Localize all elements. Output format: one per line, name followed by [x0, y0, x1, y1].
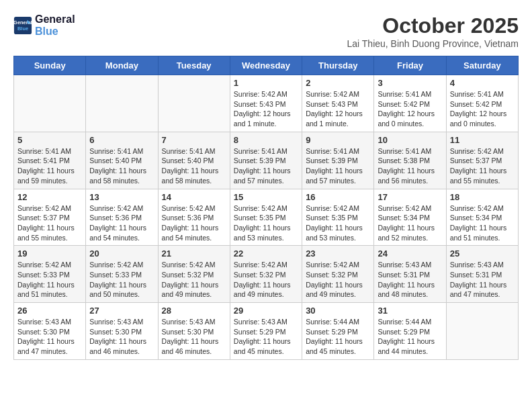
- calendar-cell: 23Sunrise: 5:42 AM Sunset: 5:32 PM Dayli…: [302, 246, 374, 303]
- calendar-cell: 29Sunrise: 5:43 AM Sunset: 5:29 PM Dayli…: [230, 303, 302, 360]
- day-number: 8: [234, 135, 298, 145]
- day-number: 14: [162, 192, 226, 202]
- day-number: 27: [89, 306, 154, 316]
- calendar-cell: 2Sunrise: 5:42 AM Sunset: 5:43 PM Daylig…: [302, 75, 374, 132]
- day-number: 20: [89, 248, 154, 259]
- calendar-cell: [14, 75, 86, 132]
- day-info: Sunrise: 5:42 AM Sunset: 5:36 PM Dayligh…: [89, 203, 154, 243]
- col-header-wednesday: Wednesday: [230, 56, 302, 75]
- day-info: Sunrise: 5:42 AM Sunset: 5:37 PM Dayligh…: [17, 203, 82, 243]
- col-header-monday: Monday: [86, 56, 158, 75]
- calendar-cell: 28Sunrise: 5:43 AM Sunset: 5:30 PM Dayli…: [158, 303, 230, 360]
- day-number: 18: [450, 192, 515, 202]
- calendar-cell: 10Sunrise: 5:41 AM Sunset: 5:38 PM Dayli…: [374, 132, 446, 189]
- day-info: Sunrise: 5:42 AM Sunset: 5:34 PM Dayligh…: [378, 203, 442, 243]
- calendar-cell: 6Sunrise: 5:41 AM Sunset: 5:40 PM Daylig…: [86, 132, 158, 189]
- day-info: Sunrise: 5:43 AM Sunset: 5:29 PM Dayligh…: [234, 317, 298, 357]
- day-number: 21: [162, 248, 226, 259]
- calendar-cell: 15Sunrise: 5:42 AM Sunset: 5:35 PM Dayli…: [230, 189, 302, 246]
- calendar-cell: [86, 75, 158, 132]
- calendar-cell: 20Sunrise: 5:42 AM Sunset: 5:33 PM Dayli…: [86, 246, 158, 303]
- day-info: Sunrise: 5:42 AM Sunset: 5:34 PM Dayligh…: [450, 203, 515, 243]
- calendar-cell: 31Sunrise: 5:44 AM Sunset: 5:29 PM Dayli…: [374, 303, 446, 360]
- calendar-cell: 26Sunrise: 5:43 AM Sunset: 5:30 PM Dayli…: [14, 303, 86, 360]
- day-info: Sunrise: 5:41 AM Sunset: 5:39 PM Dayligh…: [234, 146, 298, 186]
- day-number: 6: [89, 135, 154, 145]
- calendar-cell: 30Sunrise: 5:44 AM Sunset: 5:29 PM Dayli…: [302, 303, 374, 360]
- page-header: General Blue General Blue October 2025 L…: [13, 13, 519, 49]
- calendar-cell: 4Sunrise: 5:41 AM Sunset: 5:42 PM Daylig…: [446, 75, 518, 132]
- calendar-cell: 8Sunrise: 5:41 AM Sunset: 5:39 PM Daylig…: [230, 132, 302, 189]
- svg-text:Blue: Blue: [17, 26, 28, 32]
- calendar-cell: 12Sunrise: 5:42 AM Sunset: 5:37 PM Dayli…: [14, 189, 86, 246]
- day-number: 17: [378, 192, 442, 202]
- day-number: 10: [378, 135, 442, 145]
- calendar-table: SundayMondayTuesdayWednesdayThursdayFrid…: [13, 56, 519, 360]
- logo-icon: General Blue: [13, 16, 32, 35]
- calendar-cell: 14Sunrise: 5:42 AM Sunset: 5:36 PM Dayli…: [158, 189, 230, 246]
- day-number: 16: [306, 192, 370, 202]
- day-number: 24: [378, 248, 442, 259]
- day-number: 2: [306, 78, 370, 88]
- day-number: 3: [378, 78, 442, 88]
- day-info: Sunrise: 5:42 AM Sunset: 5:35 PM Dayligh…: [306, 203, 370, 243]
- calendar-cell: 18Sunrise: 5:42 AM Sunset: 5:34 PM Dayli…: [446, 189, 518, 246]
- calendar-cell: 16Sunrise: 5:42 AM Sunset: 5:35 PM Dayli…: [302, 189, 374, 246]
- day-info: Sunrise: 5:42 AM Sunset: 5:36 PM Dayligh…: [162, 203, 226, 243]
- month-title: October 2025: [347, 13, 519, 38]
- calendar-cell: 27Sunrise: 5:43 AM Sunset: 5:30 PM Dayli…: [86, 303, 158, 360]
- day-info: Sunrise: 5:42 AM Sunset: 5:37 PM Dayligh…: [450, 146, 515, 186]
- col-header-saturday: Saturday: [446, 56, 518, 75]
- day-number: 1: [234, 78, 298, 88]
- day-number: 22: [234, 248, 298, 259]
- day-info: Sunrise: 5:42 AM Sunset: 5:43 PM Dayligh…: [234, 89, 298, 129]
- calendar-cell: 24Sunrise: 5:43 AM Sunset: 5:31 PM Dayli…: [374, 246, 446, 303]
- day-number: 4: [450, 78, 515, 88]
- calendar-cell: 17Sunrise: 5:42 AM Sunset: 5:34 PM Dayli…: [374, 189, 446, 246]
- calendar-cell: [446, 303, 518, 360]
- calendar-cell: 13Sunrise: 5:42 AM Sunset: 5:36 PM Dayli…: [86, 189, 158, 246]
- logo-text-general: General: [35, 13, 75, 26]
- day-number: 15: [234, 192, 298, 202]
- day-info: Sunrise: 5:43 AM Sunset: 5:31 PM Dayligh…: [450, 260, 515, 300]
- location-subtitle: Lai Thieu, Binh Duong Province, Vietnam: [347, 38, 519, 49]
- day-number: 26: [17, 306, 82, 316]
- day-info: Sunrise: 5:41 AM Sunset: 5:42 PM Dayligh…: [450, 89, 515, 129]
- day-info: Sunrise: 5:44 AM Sunset: 5:29 PM Dayligh…: [306, 317, 370, 357]
- title-area: October 2025 Lai Thieu, Binh Duong Provi…: [347, 13, 519, 49]
- day-info: Sunrise: 5:42 AM Sunset: 5:32 PM Dayligh…: [306, 260, 370, 300]
- calendar-cell: 7Sunrise: 5:41 AM Sunset: 5:40 PM Daylig…: [158, 132, 230, 189]
- calendar-cell: 21Sunrise: 5:42 AM Sunset: 5:32 PM Dayli…: [158, 246, 230, 303]
- day-number: 19: [17, 248, 82, 259]
- day-info: Sunrise: 5:42 AM Sunset: 5:32 PM Dayligh…: [234, 260, 298, 300]
- day-info: Sunrise: 5:41 AM Sunset: 5:39 PM Dayligh…: [306, 146, 370, 186]
- day-info: Sunrise: 5:42 AM Sunset: 5:33 PM Dayligh…: [17, 260, 82, 300]
- calendar-cell: 11Sunrise: 5:42 AM Sunset: 5:37 PM Dayli…: [446, 132, 518, 189]
- day-info: Sunrise: 5:41 AM Sunset: 5:40 PM Dayligh…: [162, 146, 226, 186]
- calendar-cell: [158, 75, 230, 132]
- col-header-sunday: Sunday: [14, 56, 86, 75]
- day-number: 12: [17, 192, 82, 202]
- day-number: 5: [17, 135, 82, 145]
- calendar-cell: 1Sunrise: 5:42 AM Sunset: 5:43 PM Daylig…: [230, 75, 302, 132]
- calendar-cell: 9Sunrise: 5:41 AM Sunset: 5:39 PM Daylig…: [302, 132, 374, 189]
- day-info: Sunrise: 5:41 AM Sunset: 5:40 PM Dayligh…: [89, 146, 154, 186]
- logo-text-blue: Blue: [35, 26, 75, 38]
- day-number: 29: [234, 306, 298, 316]
- col-header-friday: Friday: [374, 56, 446, 75]
- day-info: Sunrise: 5:43 AM Sunset: 5:30 PM Dayligh…: [162, 317, 226, 357]
- day-number: 11: [450, 135, 515, 145]
- day-info: Sunrise: 5:43 AM Sunset: 5:30 PM Dayligh…: [17, 317, 82, 357]
- day-number: 28: [162, 306, 226, 316]
- day-number: 23: [306, 248, 370, 259]
- day-info: Sunrise: 5:43 AM Sunset: 5:31 PM Dayligh…: [378, 260, 442, 300]
- day-number: 7: [162, 135, 226, 145]
- calendar-cell: 3Sunrise: 5:41 AM Sunset: 5:42 PM Daylig…: [374, 75, 446, 132]
- day-number: 30: [306, 306, 370, 316]
- calendar-cell: 19Sunrise: 5:42 AM Sunset: 5:33 PM Dayli…: [14, 246, 86, 303]
- calendar-cell: 22Sunrise: 5:42 AM Sunset: 5:32 PM Dayli…: [230, 246, 302, 303]
- day-info: Sunrise: 5:41 AM Sunset: 5:38 PM Dayligh…: [378, 146, 442, 186]
- day-number: 13: [89, 192, 154, 202]
- day-info: Sunrise: 5:43 AM Sunset: 5:30 PM Dayligh…: [89, 317, 154, 357]
- day-number: 25: [450, 248, 515, 259]
